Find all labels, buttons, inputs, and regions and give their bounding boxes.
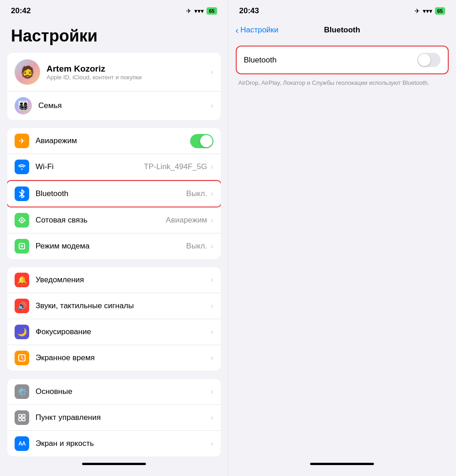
cellular-row[interactable]: Сотовая связь Авиарежим › bbox=[7, 207, 221, 233]
left-battery: 65 bbox=[207, 7, 217, 15]
controlcenter-icon bbox=[15, 410, 29, 425]
bluetooth-toggle-row[interactable]: Bluetooth bbox=[236, 46, 449, 74]
left-home-indicator bbox=[82, 463, 146, 465]
cellular-chevron: › bbox=[211, 216, 213, 224]
svg-rect-11 bbox=[22, 418, 25, 421]
airplane-icon: ✈ bbox=[15, 134, 29, 148]
screentime-icon bbox=[15, 351, 29, 365]
bluetooth-toggle[interactable] bbox=[417, 53, 440, 67]
right-time: 20:43 bbox=[239, 6, 259, 16]
wifi-value: TP-Link_494F_5G bbox=[144, 162, 207, 171]
airplane-text: Авиарежим bbox=[36, 136, 190, 145]
bluetooth-description: AirDrop, AirPlay, Локатор и Службы геоло… bbox=[236, 79, 449, 87]
right-bottom-bar bbox=[228, 459, 456, 476]
family-chevron: › bbox=[211, 102, 213, 110]
notifications-label: Уведомления bbox=[36, 275, 210, 285]
controlcenter-label: Пункт управления bbox=[36, 413, 210, 422]
bluetooth-label: Bluetooth bbox=[36, 189, 186, 198]
display-chevron: › bbox=[211, 440, 213, 448]
profile-subtitle: Apple ID, iCloud, контент и покупки bbox=[47, 74, 210, 81]
hotspot-chevron: › bbox=[211, 242, 213, 250]
general-icon: ⚙️ bbox=[15, 384, 29, 399]
general-row[interactable]: ⚙️ Основные › bbox=[7, 379, 221, 405]
cellular-value: Авиарежим bbox=[166, 216, 207, 225]
bluetooth-icon bbox=[15, 186, 29, 201]
screentime-chevron: › bbox=[211, 354, 213, 362]
sounds-icon: 🔊 bbox=[15, 299, 29, 313]
display-icon: AA bbox=[15, 436, 29, 451]
general-group: ⚙️ Основные › Пункт управления › AA bbox=[7, 379, 221, 456]
family-row[interactable]: 👨‍👩‍👧‍👦 Семья › bbox=[7, 92, 221, 120]
airplane-toggle[interactable] bbox=[190, 134, 213, 148]
general-chevron: › bbox=[211, 388, 213, 396]
display-label: Экран и яркость bbox=[36, 439, 210, 448]
profile-chevron: › bbox=[211, 68, 213, 76]
svg-rect-9 bbox=[22, 414, 25, 417]
family-text: Семья bbox=[38, 101, 210, 110]
settings-content: 🧔 Artem Kozoriz Apple ID, iCloud, контен… bbox=[0, 53, 228, 459]
profile-row[interactable]: 🧔 Artem Kozoriz Apple ID, iCloud, контен… bbox=[7, 53, 221, 92]
right-nav-title: Bluetooth bbox=[324, 26, 360, 35]
bluetooth-chevron: › bbox=[211, 190, 213, 198]
profile-name: Artem Kozoriz bbox=[47, 64, 210, 74]
back-chevron-icon: ‹ bbox=[236, 25, 239, 36]
right-bluetooth-label: Bluetooth bbox=[244, 56, 418, 65]
hotspot-value: Выкл. bbox=[186, 242, 207, 251]
back-label: Настройки bbox=[240, 26, 278, 35]
wifi-icon bbox=[15, 160, 29, 174]
wifi-row[interactable]: Wi-Fi TP-Link_494F_5G › bbox=[7, 154, 221, 180]
notifications-row[interactable]: 🔔 Уведомления › bbox=[7, 267, 221, 293]
wifi-chevron: › bbox=[211, 163, 213, 171]
profile-group: 🧔 Artem Kozoriz Apple ID, iCloud, контен… bbox=[7, 53, 221, 120]
screentime-label: Экранное время bbox=[36, 353, 210, 362]
wifi-text: Wi-Fi bbox=[36, 162, 144, 171]
focus-icon: 🌙 bbox=[15, 325, 29, 339]
bluetooth-row[interactable]: Bluetooth Выкл. › bbox=[7, 180, 221, 207]
notifications-chevron: › bbox=[211, 276, 213, 284]
left-panel: 20:42 ✈ ▾▾▾ 65 Настройки 🧔 Artem Kozoriz… bbox=[0, 0, 228, 476]
airplane-label: Авиарежим bbox=[36, 136, 190, 145]
connectivity-group: ✈ Авиарежим Wi-Fi TP-Link_4 bbox=[7, 128, 221, 259]
right-airplane-icon: ✈ bbox=[415, 7, 420, 15]
family-avatar: 👨‍👩‍👧‍👦 bbox=[15, 97, 32, 114]
hotspot-text: Режим модема bbox=[36, 242, 186, 251]
bluetooth-text: Bluetooth bbox=[36, 189, 186, 198]
notifications-icon: 🔔 bbox=[15, 273, 29, 287]
controlcenter-row[interactable]: Пункт управления › bbox=[7, 405, 221, 431]
screentime-row[interactable]: Экранное время › bbox=[7, 345, 221, 371]
right-wifi-icon: ▾▾▾ bbox=[423, 7, 432, 15]
hotspot-row[interactable]: Режим модема Выкл. › bbox=[7, 233, 221, 259]
svg-rect-8 bbox=[19, 414, 21, 417]
left-bottom-bar bbox=[0, 459, 228, 476]
bluetooth-section: Bluetooth AirDrop, AirPlay, Локатор и Сл… bbox=[236, 46, 449, 87]
wifi-status-icon: ▾▾▾ bbox=[194, 7, 204, 15]
right-nav-bar: ‹ Настройки Bluetooth bbox=[228, 19, 456, 38]
right-panel: 20:43 ✈ ▾▾▾ 65 ‹ Настройки Bluetooth Blu… bbox=[228, 0, 456, 476]
left-status-bar: 20:42 ✈ ▾▾▾ 65 bbox=[0, 0, 228, 19]
left-status-icons: ✈ ▾▾▾ 65 bbox=[186, 7, 217, 15]
family-label: Семья bbox=[38, 101, 210, 110]
cellular-icon bbox=[15, 213, 29, 228]
sounds-label: Звуки, тактильные сигналы bbox=[36, 301, 210, 310]
profile-text: Artem Kozoriz Apple ID, iCloud, контент … bbox=[47, 64, 210, 81]
right-content: Bluetooth AirDrop, AirPlay, Локатор и Сл… bbox=[228, 38, 456, 459]
right-status-bar: 20:43 ✈ ▾▾▾ 65 bbox=[228, 0, 456, 19]
right-battery: 65 bbox=[435, 7, 445, 15]
sounds-row[interactable]: 🔊 Звуки, тактильные сигналы › bbox=[7, 293, 221, 319]
right-home-indicator bbox=[310, 463, 374, 465]
sounds-chevron: › bbox=[211, 302, 213, 310]
controlcenter-chevron: › bbox=[211, 414, 213, 422]
back-button[interactable]: ‹ Настройки bbox=[236, 25, 279, 36]
page-title: Настройки bbox=[0, 19, 228, 53]
left-time: 20:42 bbox=[11, 6, 31, 16]
cellular-label: Сотовая связь bbox=[36, 216, 166, 225]
airplane-row[interactable]: ✈ Авиарежим bbox=[7, 128, 221, 154]
display-row[interactable]: AA Экран и яркость › bbox=[7, 431, 221, 456]
hotspot-label: Режим модема bbox=[36, 242, 186, 251]
focus-label: Фокусирование bbox=[36, 327, 210, 336]
focus-row[interactable]: 🌙 Фокусирование › bbox=[7, 319, 221, 345]
notifications-group: 🔔 Уведомления › 🔊 Звуки, тактильные сигн… bbox=[7, 267, 221, 371]
bluetooth-value: Выкл. bbox=[186, 189, 207, 198]
general-label: Основные bbox=[36, 387, 210, 396]
airplane-mode-icon: ✈ bbox=[186, 7, 192, 15]
